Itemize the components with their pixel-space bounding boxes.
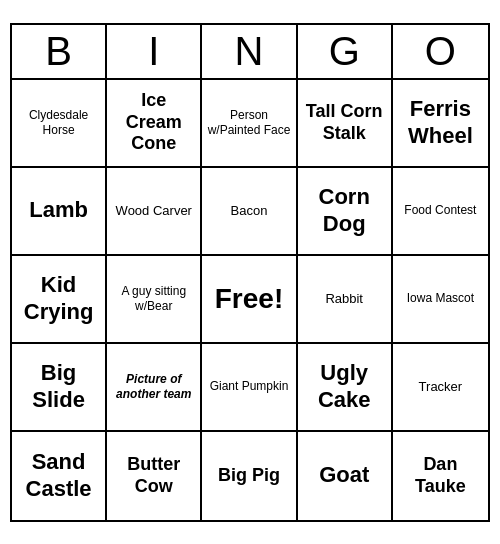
bingo-letter-o: O [393,25,488,78]
bingo-cell-6: Wood Carver [107,168,202,256]
bingo-cell-18: Ugly Cake [298,344,393,432]
bingo-letter-n: N [202,25,297,78]
bingo-cell-0: Clydesdale Horse [12,80,107,168]
bingo-cell-10: Kid Crying [12,256,107,344]
bingo-cell-9: Food Contest [393,168,488,256]
bingo-cell-3: Tall Corn Stalk [298,80,393,168]
bingo-letter-b: B [12,25,107,78]
bingo-cell-7: Bacon [202,168,297,256]
bingo-cell-5: Lamb [12,168,107,256]
bingo-cell-11: A guy sitting w/Bear [107,256,202,344]
bingo-cell-17: Giant Pumpkin [202,344,297,432]
bingo-cell-15: Big Slide [12,344,107,432]
bingo-cell-2: Person w/Painted Face [202,80,297,168]
bingo-card: BINGO Clydesdale HorseIce Cream ConePers… [10,23,490,522]
bingo-header: BINGO [12,25,488,80]
bingo-cell-16: Picture of another team [107,344,202,432]
bingo-cell-14: Iowa Mascot [393,256,488,344]
bingo-grid: Clydesdale HorseIce Cream ConePerson w/P… [12,80,488,520]
bingo-cell-24: Dan Tauke [393,432,488,520]
bingo-cell-4: Ferris Wheel [393,80,488,168]
bingo-letter-i: I [107,25,202,78]
bingo-cell-23: Goat [298,432,393,520]
bingo-cell-12: Free! [202,256,297,344]
bingo-cell-21: Butter Cow [107,432,202,520]
bingo-cell-1: Ice Cream Cone [107,80,202,168]
bingo-cell-19: Tracker [393,344,488,432]
bingo-cell-8: Corn Dog [298,168,393,256]
bingo-letter-g: G [298,25,393,78]
bingo-cell-13: Rabbit [298,256,393,344]
bingo-cell-20: Sand Castle [12,432,107,520]
bingo-cell-22: Big Pig [202,432,297,520]
